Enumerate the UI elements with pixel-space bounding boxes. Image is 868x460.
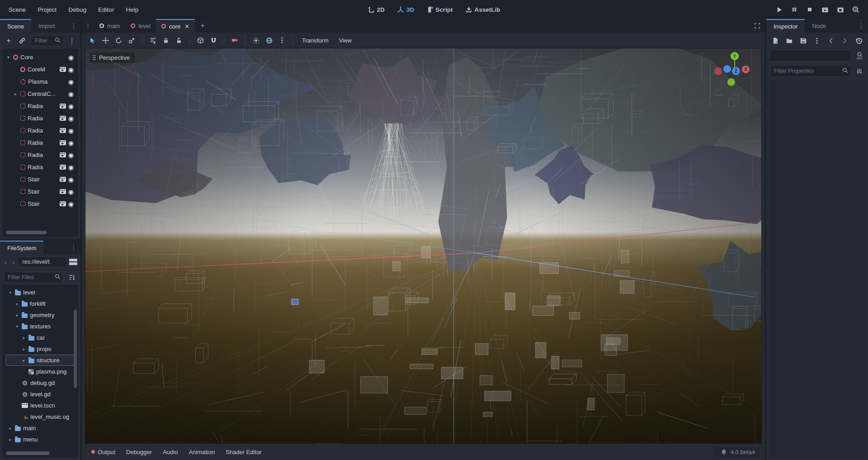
scene-tab-main[interactable]: main [94, 19, 125, 33]
expander-icon[interactable]: ▸ [13, 91, 18, 96]
environment-tool-button[interactable] [263, 34, 275, 46]
open-instance-icon[interactable] [60, 152, 66, 157]
visibility-eye-icon[interactable]: ◉ [68, 189, 74, 195]
scene-node-row[interactable]: Stair◉ [5, 198, 76, 210]
fs-tree-row[interactable]: ♪level_music.og [6, 411, 76, 422]
context-2d-button[interactable]: 2D [364, 5, 389, 15]
visibility-eye-icon[interactable]: ◉ [68, 176, 74, 183]
select-tool-button[interactable] [86, 34, 98, 46]
movie-maker-button[interactable] [850, 4, 862, 15]
scene-dock-options-dots[interactable]: ⋮ [67, 36, 77, 46]
expander-icon[interactable]: ▸ [22, 335, 26, 340]
axis-z-ball[interactable]: Z [732, 67, 740, 75]
expander-icon[interactable]: ▸ [22, 358, 26, 363]
scene-tree-hscrollbar[interactable] [5, 231, 75, 235]
visibility-eye-icon[interactable]: ◉ [68, 54, 74, 61]
sun-tool-button[interactable] [250, 34, 262, 46]
tab-node[interactable]: Node [805, 19, 833, 33]
fs-tree-row[interactable]: ▸main [6, 422, 76, 434]
play-custom-scene-button[interactable] [835, 4, 846, 15]
expander-icon[interactable]: ▸ [15, 301, 19, 306]
fs-tree-row[interactable]: level.tscn [6, 400, 76, 411]
property-tools-icon[interactable] [854, 66, 864, 76]
context-script-button[interactable]: Script [423, 5, 457, 15]
menu-transform[interactable]: Transform [297, 35, 333, 46]
bottom-tab-output[interactable]: Output [86, 446, 120, 458]
lock-tool-button[interactable] [160, 34, 172, 46]
properties-filter-input[interactable] [770, 65, 851, 77]
scene-node-row[interactable]: Radia◉ [5, 161, 76, 173]
play-scene-button[interactable] [819, 4, 831, 15]
distraction-free-button[interactable] [750, 19, 765, 33]
menu-view[interactable]: View [335, 35, 356, 46]
open-instance-icon[interactable] [60, 140, 66, 145]
scene-tab-core[interactable]: core✕ [156, 19, 195, 33]
viewport-canvas[interactable] [85, 48, 761, 443]
unlock-tool-button[interactable] [173, 34, 185, 46]
open-instance-icon[interactable] [60, 189, 66, 194]
menu-scene[interactable]: Scene [4, 4, 31, 15]
open-docs-icon[interactable]: DOC [854, 51, 864, 61]
visibility-eye-icon[interactable]: ◉ [68, 164, 74, 171]
visibility-eye-icon[interactable]: ◉ [68, 128, 74, 134]
scene-node-row[interactable]: ▸CentralC...◉ [5, 88, 76, 100]
scene-tab-level[interactable]: level [125, 19, 156, 33]
fs-tree-row[interactable]: ▸props [6, 343, 76, 355]
fs-sort-button[interactable] [67, 272, 77, 282]
menu-debug[interactable]: Debug [63, 4, 91, 15]
bottom-tab-audio[interactable]: Audio [158, 446, 183, 458]
inspector-dock-options-dots[interactable]: ⋮ [854, 19, 868, 33]
visibility-eye-icon[interactable]: ◉ [68, 103, 74, 109]
axis-neg-x-ball[interactable] [714, 67, 722, 75]
scene-node-row[interactable]: ▾Core◉ [5, 51, 76, 63]
move-tool-button[interactable] [99, 34, 111, 46]
open-instance-icon[interactable] [60, 165, 66, 170]
scene-tabs-menu-dots[interactable]: ⋮ [82, 19, 94, 33]
rotate-tool-button[interactable] [113, 34, 124, 46]
group-tool-button[interactable] [194, 34, 206, 46]
fs-tree-row[interactable]: ▸geometry [6, 309, 76, 321]
expander-icon[interactable]: ▸ [15, 313, 19, 318]
close-tab-icon[interactable]: ✕ [184, 23, 189, 30]
history-forward-button[interactable] [840, 36, 849, 46]
scene-node-row[interactable]: Radia◉ [5, 149, 76, 161]
axis-neg-z-ball[interactable] [723, 65, 731, 73]
fs-tree-row[interactable]: ⚙level.gd [6, 389, 76, 400]
bottom-tab-shader-editor[interactable]: Shader Editor [221, 446, 267, 458]
filesystem-dock-options-dots[interactable]: ⋮ [67, 241, 80, 254]
fs-tree-row[interactable]: ▾textures [6, 321, 76, 332]
new-resource-button[interactable] [771, 36, 780, 46]
fs-tree-row[interactable]: ⚙debug.gd [6, 377, 76, 389]
resource-name-field[interactable] [770, 50, 851, 62]
tab-import[interactable]: Import [31, 19, 62, 33]
context-3d-button[interactable]: 3D [393, 5, 418, 15]
visibility-eye-icon[interactable]: ◉ [68, 201, 74, 207]
visibility-eye-icon[interactable]: ◉ [68, 66, 74, 73]
fs-split-mode-button[interactable] [69, 259, 77, 265]
camera-mode-button[interactable]: Perspective [90, 52, 135, 63]
open-instance-icon[interactable] [60, 201, 66, 206]
fs-tree-row[interactable]: ▸menu [6, 434, 76, 445]
menu-editor[interactable]: Editor [93, 4, 119, 15]
scene-node-row[interactable]: Radia◉ [5, 137, 76, 149]
bell-icon[interactable] [721, 449, 727, 455]
object-history-button[interactable] [854, 36, 863, 46]
scene-node-row[interactable]: Radia◉ [5, 112, 76, 124]
visibility-eye-icon[interactable]: ◉ [68, 91, 74, 97]
fs-tree-row[interactable]: ▸car [6, 332, 76, 343]
fs-tree-row[interactable]: ▸forklift [6, 298, 76, 309]
play-button[interactable] [773, 4, 785, 15]
open-instance-icon[interactable] [60, 177, 66, 182]
history-back-button[interactable] [826, 36, 835, 46]
instance-scene-button[interactable] [17, 36, 27, 46]
resource-options-dots[interactable] [812, 36, 821, 46]
save-resource-button[interactable] [799, 36, 808, 46]
snap-tool-button[interactable] [208, 34, 219, 46]
open-instance-icon[interactable] [60, 116, 66, 121]
menu-project[interactable]: Project [33, 4, 61, 15]
fs-path-field[interactable]: res://level/t [18, 256, 67, 267]
open-instance-icon[interactable] [60, 67, 66, 72]
fs-tree-hscrollbar[interactable] [5, 451, 75, 455]
tab-inspector[interactable]: Inspector [766, 19, 805, 33]
open-instance-icon[interactable] [60, 128, 66, 133]
